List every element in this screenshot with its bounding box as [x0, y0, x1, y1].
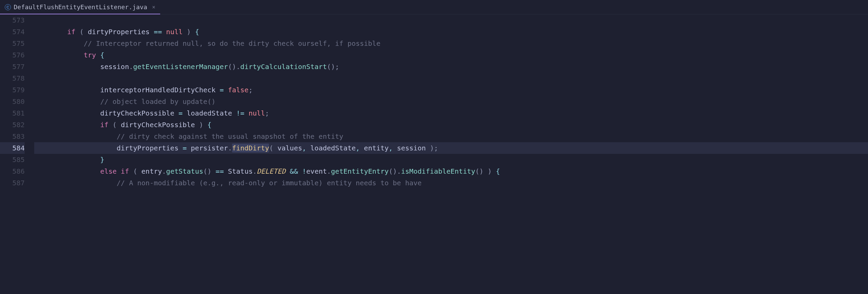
code-line: try {: [34, 49, 868, 61]
code-area[interactable]: if ( dirtyProperties == null ) { // Inte…: [34, 14, 868, 294]
line-number: 583: [0, 131, 25, 142]
code-line-current: dirtyProperties = persister.findDirty( v…: [34, 142, 868, 154]
code-line: // dirty check against the usual snapsho…: [34, 131, 868, 142]
line-number: 573: [0, 14, 25, 26]
code-line: session.getEventListenerManager().dirtyC…: [34, 61, 868, 72]
line-number: 582: [0, 119, 25, 131]
line-number: 574: [0, 26, 25, 38]
line-number: 579: [0, 84, 25, 96]
line-number: 575: [0, 38, 25, 49]
code-line: // A non-modifiable (e.g., read-only or …: [34, 177, 868, 189]
line-number: 581: [0, 107, 25, 119]
line-number: 586: [0, 165, 25, 177]
java-class-icon: C: [5, 4, 11, 10]
line-number: 578: [0, 72, 25, 84]
code-line: if ( dirtyCheckPossible ) {: [34, 119, 868, 131]
code-line: dirtyCheckPossible = loadedState != null…: [34, 107, 868, 119]
line-gutter: 573 574 575 576 577 578 579 580 581 582 …: [0, 14, 34, 294]
line-number: 587: [0, 177, 25, 189]
code-line: interceptorHandledDirtyCheck = false;: [34, 84, 868, 96]
code-line: if ( dirtyProperties == null ) {: [34, 26, 868, 38]
code-line: [34, 14, 868, 26]
line-number: 580: [0, 96, 25, 107]
code-line: }: [34, 154, 868, 165]
close-icon[interactable]: ×: [152, 4, 155, 10]
code-line: // Interceptor returned null, so do the …: [34, 38, 868, 49]
code-line: else if ( entry.getStatus() == Status.DE…: [34, 165, 868, 177]
line-number: 585: [0, 154, 25, 165]
code-line: // object loaded by update(): [34, 96, 868, 107]
highlighted-method: findDirty: [232, 144, 269, 152]
code-line: [34, 72, 868, 84]
line-number: 576: [0, 49, 25, 61]
line-number-current: 584: [0, 142, 25, 154]
tab-filename: DefaultFlushEntityEventListener.java: [14, 3, 147, 11]
tab-file[interactable]: C DefaultFlushEntityEventListener.java ×: [0, 0, 160, 14]
tab-bar: C DefaultFlushEntityEventListener.java ×: [0, 0, 868, 14]
editor[interactable]: 573 574 575 576 577 578 579 580 581 582 …: [0, 14, 868, 294]
line-number: 577: [0, 61, 25, 72]
